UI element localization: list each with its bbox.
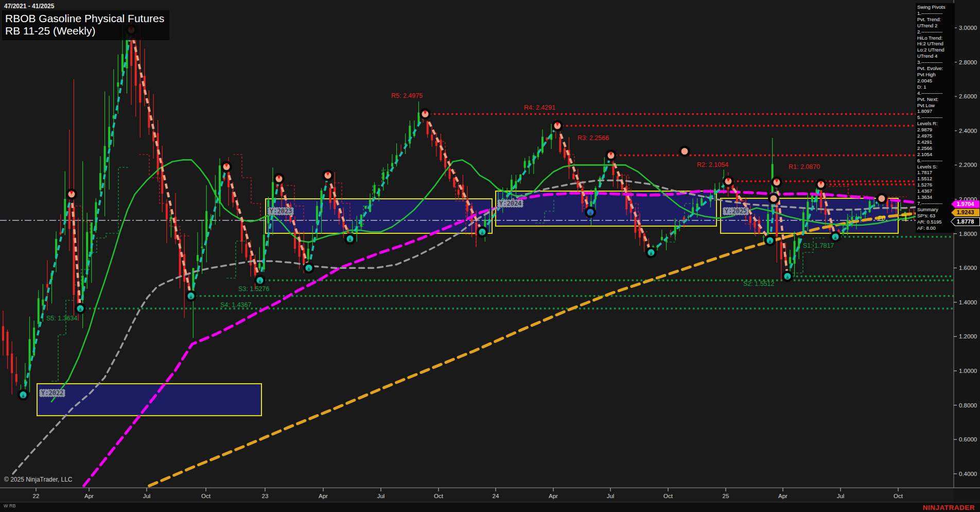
price-axis-label-6[interactable]: 1.8000	[959, 231, 977, 237]
resistance-label-R5: R5: 2.4975	[391, 92, 423, 99]
pivot-panel-line-0: Swing Pivots	[917, 4, 955, 10]
price-axis-label-10[interactable]: 1.0000	[959, 368, 977, 374]
pivot-panel-line-14: 4.-------------	[917, 90, 955, 96]
price-marker-1.9704: 1.9704	[951, 200, 979, 208]
pivot-panel-line-13: D: 1	[917, 84, 955, 90]
pivot-panel-line-28: 1.5512	[917, 176, 955, 182]
ninjatrader-logo: NINJATRADER	[923, 504, 975, 511]
series-tag-label: W RB	[4, 503, 16, 508]
time-axis-label-11[interactable]: Oct	[663, 493, 673, 499]
time-axis-label-14[interactable]: Jul	[837, 493, 845, 499]
pivot-panel-line-6: Hi:2 UTrend	[917, 41, 955, 47]
price-axis-label-1[interactable]: 2.8000	[959, 59, 977, 65]
price-axis-label-2[interactable]: 2.6000	[959, 93, 977, 99]
pivot-panel-line-21: 2.4975	[917, 133, 955, 139]
pivot-panel-line-31: 1.3634	[917, 194, 955, 200]
time-axis-label-1[interactable]: Apr	[84, 493, 94, 499]
time-axis-label-15[interactable]: Oct	[894, 493, 903, 499]
date-range-label: 47/2021 - 41/2025	[4, 3, 54, 10]
pivot-panel-line-7: Lo:2 UTrend	[917, 47, 955, 53]
pivot-panel-line-24: 2.1054	[917, 151, 955, 158]
price-marker-1.8778: 1.8778	[951, 218, 979, 226]
time-axis-label-6[interactable]: Jul	[377, 493, 385, 499]
price-axis-label-3[interactable]: 2.4000	[959, 128, 977, 134]
pivot-panel-line-33: Summary	[917, 207, 955, 213]
time-axis-label-0[interactable]: 22	[33, 493, 40, 499]
chart-window: R5: 2.4975R4: 2.4291R3: 2.2566R2: 2.1054…	[0, 0, 980, 512]
price-marker-1.9243: 1.9243	[951, 209, 979, 216]
time-axis-label-13[interactable]: Apr	[778, 493, 787, 499]
year-box-label-2023[interactable]: Y:2023	[268, 207, 294, 215]
price-axis-label-12[interactable]: 0.6000	[959, 436, 977, 442]
pivot-panel-line-30: 1.4367	[917, 188, 955, 194]
time-axis-label-8[interactable]: 24	[493, 493, 499, 499]
pivot-panel-line-16: Pvt Low	[917, 103, 955, 109]
time-axis-label-10[interactable]: Jul	[607, 493, 615, 499]
pivot-panel-line-11: Pvt High	[917, 72, 955, 78]
pivot-panel-line-17: 1.8097	[917, 108, 955, 114]
pivot-panel-line-9: 3.-------------	[917, 59, 955, 65]
price-axis-label-13[interactable]: 0.4000	[959, 471, 977, 477]
chart-canvas[interactable]: R5: 2.4975R4: 2.4291R3: 2.2566R2: 2.1054…	[0, 0, 980, 512]
pivot-panel-line-2: Pvt. Trend:	[917, 16, 955, 23]
pivot-panel-line-27: 1.7817	[917, 169, 955, 176]
copyright-label: © 2025 NinjaTrader, LLC	[4, 476, 72, 483]
resistance-label-R1: R1: 2.0870	[789, 163, 820, 170]
pivot-panel-line-15: Pvt. Next:	[917, 96, 955, 103]
time-axis-label-2[interactable]: Jul	[143, 493, 151, 499]
pivot-panel-line-25: 6.-------------	[917, 158, 955, 164]
support-label-S1: S1: 1.7817	[803, 242, 834, 249]
f0-marker-label: F0	[878, 215, 885, 222]
pivot-panel-line-22: 2.4291	[917, 139, 955, 145]
year-box-label-2022[interactable]: Y:2022	[39, 389, 65, 397]
price-axis-label-7[interactable]: 1.6000	[959, 265, 977, 271]
pivot-panel-line-29: 1.5276	[917, 182, 955, 188]
price-axis-label-8[interactable]: 1.4000	[959, 299, 977, 305]
time-axis-label-9[interactable]: Apr	[549, 493, 558, 499]
support-label-S2: S2: 1.5512	[743, 280, 775, 287]
pivot-panel-line-35: AR: 0.5195	[917, 219, 955, 225]
pivot-panel-line-19: Levels R:	[917, 121, 955, 127]
resistance-label-R2: R2: 2.1054	[697, 161, 728, 168]
swing-pivots-panel: Swing Pivots1.-------------Pvt. Trend:UT…	[916, 3, 955, 233]
pivot-panel-line-8: UTrend 4	[917, 53, 955, 59]
pivot-panel-line-23: 2.2566	[917, 145, 955, 151]
chart-title-box: RBOB Gasoline Physical Futures RB 11-25 …	[2, 10, 169, 40]
pivot-panel-line-32: 7.-------------	[917, 200, 955, 207]
pivot-panel-line-1: 1.-------------	[917, 10, 955, 16]
time-axis-label-3[interactable]: Oct	[201, 493, 211, 499]
contract-subtitle: RB 11-25 (Weekly)	[5, 25, 164, 37]
pivot-panel-line-10: Pvt. Evolve:	[917, 65, 955, 72]
pivot-panel-line-36: AF: 8.00	[917, 225, 955, 231]
resistance-label-R4: R4: 2.4291	[524, 104, 555, 111]
pivot-panel-line-26: Levels S:	[917, 164, 955, 170]
pivot-panel-line-20: 2.9879	[917, 127, 955, 133]
support-label-S4: S4: 1.4367	[220, 301, 252, 309]
time-axis-label-5[interactable]: Apr	[319, 493, 328, 499]
price-axis-label-4[interactable]: 2.2000	[959, 162, 977, 168]
pivot-panel-line-12: 2.0045	[917, 78, 955, 84]
instrument-title: RBOB Gasoline Physical Futures	[5, 12, 164, 25]
time-axis-label-4[interactable]: 23	[262, 493, 269, 499]
price-axis-label-0[interactable]: 3.0000	[959, 25, 977, 31]
price-axis-label-11[interactable]: 0.8000	[959, 402, 977, 408]
year-box-label-2025[interactable]: Y:2025	[723, 207, 749, 215]
support-label-S3: S3: 1.5276	[238, 285, 270, 293]
price-axis-label-9[interactable]: 1.2000	[959, 333, 977, 339]
pivot-panel-line-4: 2.-------------	[917, 29, 955, 35]
pivot-panel-line-18: 5.-------------	[917, 114, 955, 121]
support-label-S5: S5: 1.3634	[46, 315, 78, 322]
pivot-panel-line-3: UTrend 2	[917, 23, 955, 29]
time-axis-label-7[interactable]: Oct	[434, 493, 443, 499]
pivot-panel-line-34: SP's: 63	[917, 213, 955, 219]
year-box-label-2024[interactable]: Y:2024	[497, 199, 523, 208]
time-axis-label-12[interactable]: 25	[723, 493, 729, 499]
resistance-label-R3: R3: 2.2566	[577, 134, 609, 142]
pivot-panel-line-5: HiLo Trend:	[917, 35, 955, 41]
